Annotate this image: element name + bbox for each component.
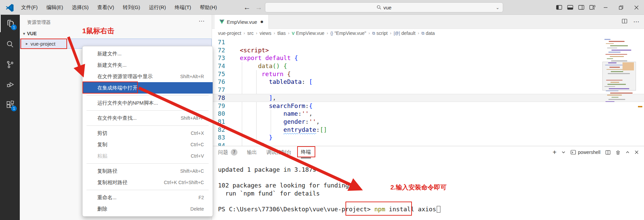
- breadcrumb-item[interactable]: src: [247, 31, 254, 36]
- toggle-secondary-sidebar-icon[interactable]: [576, 0, 587, 15]
- context-menu-item[interactable]: 复制Ctrl+C: [83, 139, 213, 150]
- menu-separator: [87, 125, 209, 126]
- context-menu-item[interactable]: 在文件资源管理器中显示Shift+Alt+R: [83, 71, 213, 82]
- split-terminal-icon[interactable]: [605, 150, 610, 155]
- context-menu-item[interactable]: 新建文件...: [83, 48, 213, 59]
- context-menu-item[interactable]: 删除Delete: [83, 203, 213, 215]
- menu-item-2[interactable]: 选择(S): [67, 0, 93, 15]
- code-line-84: 84 }: [212, 142, 644, 146]
- menu-item-shortcut: Ctrl+V: [191, 150, 204, 162]
- terminal-prompt-line[interactable]: PS C:\Users\77306\Desktop\vue\vue-projec…: [218, 205, 440, 213]
- workspace-section-header[interactable]: ▾ VUE: [23, 31, 37, 36]
- minimap-mark: [609, 88, 629, 89]
- context-menu-item[interactable]: 在集成终端中打开: [83, 82, 213, 94]
- sidebar-item-extensions[interactable]: 1: [0, 96, 20, 113]
- context-menu-item[interactable]: 重命名...F2: [83, 192, 213, 203]
- split-editor-icon[interactable]: [622, 18, 627, 25]
- chevron-down-icon[interactable]: [561, 150, 566, 154]
- menu-item-shortcut: Ctrl+C: [191, 139, 204, 150]
- modified-dot-icon[interactable]: ●: [260, 18, 264, 25]
- breadcrumb-separator-icon: ›: [368, 31, 371, 36]
- maximize-panel-icon[interactable]: [626, 150, 630, 154]
- context-menu-item[interactable]: 复制相对路径Ctrl+K Ctrl+Shift+C: [83, 177, 213, 188]
- command-center-search[interactable]: vue ⌄: [265, 2, 503, 12]
- nav-forward-icon[interactable]: →: [255, 3, 262, 11]
- panel-tab-label: 输出: [247, 149, 257, 156]
- minimize-button[interactable]: [598, 0, 613, 15]
- toggle-sidebar-icon[interactable]: [553, 0, 565, 15]
- breadcrumb-separator-icon: ›: [255, 31, 258, 36]
- sidebar-item-run-debug[interactable]: [0, 76, 20, 93]
- context-menu-item: 粘贴Ctrl+V: [83, 150, 213, 162]
- menu-item-label: 在文件资源管理器中显示: [97, 71, 180, 82]
- menu-item-label: 在集成终端中打开: [97, 82, 204, 94]
- menu-item-label: 粘贴: [97, 150, 191, 162]
- breadcrumb-item[interactable]: [@]default: [394, 31, 416, 36]
- breadcrumb-item[interactable]: VEmpView.vue: [292, 31, 324, 36]
- context-menu-item[interactable]: 新建文件夹...: [83, 59, 213, 71]
- menu-item-7[interactable]: 帮助(H): [196, 0, 221, 15]
- breadcrumb-item[interactable]: tlias: [277, 31, 286, 36]
- line-number: 77: [212, 86, 234, 94]
- menu-item-shortcut: Shift+Alt+C: [180, 165, 204, 177]
- menu-item-1[interactable]: 编辑(E): [42, 0, 67, 15]
- sidebar-item-source-control[interactable]: [0, 56, 20, 73]
- trash-icon[interactable]: [615, 150, 621, 155]
- close-panel-icon[interactable]: [635, 150, 639, 154]
- tab-empview-vue[interactable]: EmpView.vue ●: [215, 15, 269, 29]
- chevron-down-icon: ▾: [23, 32, 25, 36]
- menu-separator: [87, 190, 209, 190]
- minimap-mark: [610, 93, 633, 94]
- panel-tab-输出[interactable]: 输出: [247, 146, 257, 158]
- sidebar-item-search[interactable]: [0, 36, 20, 53]
- breadcrumb-item[interactable]: {}"EmpView.vue": [330, 31, 366, 36]
- menu-item-shortcut: Delete: [191, 203, 204, 215]
- menu-separator: [87, 95, 209, 96]
- vscode-logo-icon: [5, 3, 14, 12]
- minimap[interactable]: [604, 38, 636, 121]
- sidebar-item-explorer[interactable]: 1: [0, 15, 20, 32]
- panel-tab-问题[interactable]: 问题7: [218, 146, 237, 158]
- customize-layout-icon[interactable]: [587, 0, 598, 15]
- menu-item-4[interactable]: 转到(G): [118, 0, 145, 15]
- minimap-mark: [605, 65, 623, 66]
- editor-scrollbar[interactable]: [636, 38, 644, 146]
- restore-button[interactable]: [613, 0, 629, 15]
- context-menu-item[interactable]: 在文件夹中查找...Shift+Alt+F: [83, 112, 213, 124]
- code-editor[interactable]: 7172<script>73export default {74 data() …: [212, 38, 644, 146]
- minimap-mark: [605, 101, 614, 102]
- panel-tab-调试控制台[interactable]: 调试控制台: [266, 146, 291, 158]
- code-line-79: 79 searchForm:{: [212, 102, 644, 110]
- breadcrumb-item[interactable]: ⧉script: [372, 31, 388, 36]
- new-terminal-icon[interactable]: +: [552, 149, 556, 156]
- context-menu-item[interactable]: 剪切Ctrl+X: [83, 127, 213, 139]
- menu-bar: 文件(F)编辑(E)选择(S)查看(V)转到(G)运行(R)终端(T)帮助(H): [17, 0, 221, 15]
- menu-item-6[interactable]: 终端(T): [170, 0, 196, 15]
- tab-label: EmpView.vue: [227, 19, 257, 25]
- breadcrumb-item[interactable]: views: [260, 31, 271, 36]
- minimap-mark: [608, 73, 630, 74]
- close-window-button[interactable]: [629, 0, 644, 15]
- vue-icon: V: [292, 31, 295, 36]
- breadcrumb-label: src: [247, 31, 254, 36]
- context-menu-item[interactable]: 复制路径Shift+Alt+C: [83, 165, 213, 177]
- menu-item-5[interactable]: 运行(R): [145, 0, 170, 15]
- title-bar: 文件(F)编辑(E)选择(S)查看(V)转到(G)运行(R)终端(T)帮助(H)…: [0, 0, 644, 15]
- powershell-icon: [571, 150, 576, 155]
- terminal-output[interactable]: updated 1 package in 3.187s 102 packages…: [218, 166, 440, 213]
- breadcrumb-item[interactable]: vue-project: [218, 31, 241, 36]
- more-actions-icon[interactable]: ⋯: [199, 17, 205, 25]
- menu-item-3[interactable]: 查看(V): [93, 0, 118, 15]
- nav-back-icon[interactable]: ←: [244, 3, 251, 11]
- code-text: }: [234, 142, 265, 146]
- line-number: 84: [212, 142, 234, 146]
- minimap-mark: [608, 52, 621, 53]
- more-actions-icon[interactable]: ⋯: [633, 18, 639, 25]
- menu-item-0[interactable]: 文件(F): [17, 0, 42, 15]
- toggle-panel-icon[interactable]: [565, 0, 576, 15]
- context-menu-item[interactable]: 运行文件夹中的NPM脚本...: [83, 97, 213, 109]
- breadcrumb-item[interactable]: ⧉data: [422, 31, 435, 36]
- terminal-instance[interactable]: powershell: [571, 150, 600, 155]
- panel-tab-终端[interactable]: 终端: [301, 146, 311, 158]
- chevron-down-icon[interactable]: ⌄: [496, 5, 499, 10]
